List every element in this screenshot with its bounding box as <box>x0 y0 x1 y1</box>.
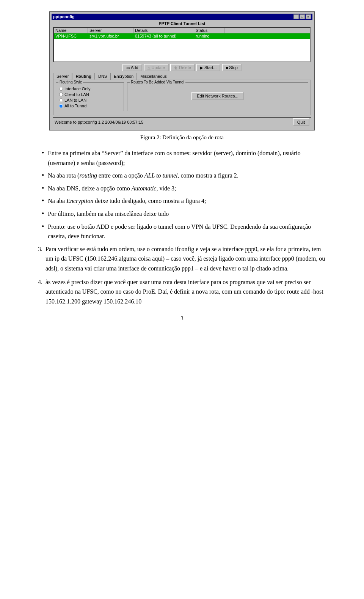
col-status: Status <box>194 28 224 33</box>
radio-input-interface-only[interactable] <box>59 87 63 91</box>
edit-network-routes-button[interactable]: Edit Network Routes... <box>191 92 243 100</box>
tunnel-list-empty <box>54 39 310 61</box>
add-button[interactable]: ▭ Add <box>122 64 142 71</box>
figure-container: pptpconfig ─ □ × PPTP Client Tunnel List… <box>38 11 326 141</box>
update-button[interactable]: △ Update <box>144 64 169 71</box>
section-4-number: 4. <box>38 277 42 307</box>
row-details: 0159743 (all to tunnel) <box>133 33 194 39</box>
section-3-number: 3. <box>38 244 42 274</box>
list-item-1-text: Entre na primeira aba “Server” da interf… <box>48 148 326 168</box>
list-item-4-text: Na aba Encryption deixe tudo desligado, … <box>48 196 206 206</box>
panel-title: PPTP Client Tunnel List <box>53 21 311 26</box>
quit-button[interactable]: Quit <box>293 118 309 126</box>
radio-all-to-tunnel[interactable]: All to Tunnel <box>59 104 121 108</box>
routing-style-group: Routing Style Interface Only Client to L… <box>56 82 124 111</box>
list-item-4: • Na aba Encryption deixe tudo desligado… <box>42 196 326 206</box>
col-name: Name <box>54 28 88 33</box>
bullet-dot-6: • <box>42 222 44 231</box>
list-item-6: • Pronto: use o botão ADD e pode ser lig… <box>42 222 326 241</box>
section-4-text: às vezes é preciso dizer que você quer u… <box>46 277 326 307</box>
list-item-3-text: Na aba DNS, deixe a opção como Automatic… <box>48 184 176 193</box>
radio-client-to-lan[interactable]: Client to LAN <box>59 92 121 97</box>
button-row: ▭ Add △ Update 🗑 Delete ▶ Start... ■ <box>53 64 311 71</box>
radio-lan-to-lan[interactable]: LAN to LAN <box>59 98 121 102</box>
list-item-5-text: Por último, também na aba miscelânea dei… <box>48 209 169 219</box>
section-4: 4. às vezes é preciso dizer que você que… <box>38 277 326 307</box>
bullet-dot-2: • <box>42 171 44 180</box>
tab-content-row: Routing Style Interface Only Client to L… <box>56 82 308 113</box>
doc-content: • Entre na primeira aba “Server” da inte… <box>38 148 326 323</box>
list-item-2-text: Na aba rota (routing entre com a opção A… <box>48 171 238 181</box>
delete-button[interactable]: 🗑 Delete <box>170 64 195 71</box>
tab-miscellaneous[interactable]: Miscellaneous <box>137 73 170 80</box>
start-button[interactable]: ▶ Start... <box>196 64 220 71</box>
section-3: 3. Para verificar se está tudo em ordem,… <box>38 244 326 274</box>
tabs: Server Routing DNS Encryption Miscellane… <box>53 73 311 80</box>
status-bar: Welcome to pptpconfig 1.2 2004/06/19 08:… <box>53 117 311 127</box>
add-icon: ▭ <box>126 66 130 70</box>
bullet-list: • Entre na primeira aba “Server” da inte… <box>38 148 326 241</box>
radio-input-all-to-tunnel[interactable] <box>59 104 63 108</box>
window-title: pptpconfig <box>53 14 75 19</box>
tunnel-list-header: Name Server Details Status <box>54 28 310 33</box>
delete-icon: 🗑 <box>174 66 178 70</box>
list-item-6-text: Pronto: use o botão ADD e pode ser ligad… <box>48 222 326 241</box>
titlebar-controls: ─ □ × <box>293 14 311 19</box>
start-icon: ▶ <box>200 66 203 70</box>
col-details: Details <box>133 28 194 33</box>
routes-group: Routes To Be Added Via Tunnel Edit Netwo… <box>127 82 308 111</box>
routing-style-label: Routing Style <box>58 80 83 84</box>
routing-options: Interface Only Client to LAN LAN to LAN <box>59 86 121 108</box>
section-3-text: Para verificar se está tudo em ordem, us… <box>46 244 326 274</box>
list-item-2: • Na aba rota (routing entre com a opção… <box>42 171 326 181</box>
tunnel-list: Name Server Details Status VPN-UFSC srv1… <box>53 27 311 62</box>
tab-routing[interactable]: Routing <box>72 73 95 80</box>
radio-input-client-to-lan[interactable] <box>59 93 63 96</box>
bullet-dot-1: • <box>42 148 44 158</box>
row-server: srv1.vpn.ufsc.br <box>88 33 133 39</box>
tab-server[interactable]: Server <box>53 73 72 80</box>
row-name: VPN-UFSC <box>54 33 88 39</box>
radio-interface-only[interactable]: Interface Only <box>59 86 121 91</box>
page-number: 3 <box>38 314 326 323</box>
stop-button[interactable]: ■ Stop <box>222 64 242 71</box>
table-row[interactable]: VPN-UFSC srv1.vpn.ufsc.br 0159743 (all t… <box>54 33 310 39</box>
tab-dns[interactable]: DNS <box>95 73 110 80</box>
list-item-5: • Por último, também na aba miscelânea d… <box>42 209 326 219</box>
minimize-btn[interactable]: ─ <box>293 14 299 19</box>
titlebar: pptpconfig ─ □ × <box>52 14 312 20</box>
list-item-3: • Na aba DNS, deixe a opção como Automat… <box>42 184 326 193</box>
routes-inner: Edit Network Routes... <box>130 92 305 100</box>
radio-input-lan-to-lan[interactable] <box>59 98 63 102</box>
close-btn[interactable]: × <box>306 14 311 19</box>
row-status: running <box>194 33 224 39</box>
list-item-1: • Entre na primeira aba “Server” da inte… <box>42 148 326 168</box>
figure-caption: Figura 2: Definição da opção de rota <box>140 134 224 141</box>
tab-encryption[interactable]: Encryption <box>110 73 137 80</box>
stop-icon: ■ <box>226 66 228 70</box>
bullet-dot-5: • <box>42 209 44 219</box>
screenshot: pptpconfig ─ □ × PPTP Client Tunnel List… <box>49 11 315 130</box>
bullet-dot-3: • <box>42 184 44 193</box>
col-server: Server <box>88 28 133 33</box>
maximize-btn[interactable]: □ <box>300 14 305 19</box>
window-body: PPTP Client Tunnel List Name Server Deta… <box>52 20 312 128</box>
update-icon: △ <box>147 66 151 70</box>
routes-group-label: Routes To Be Added Via Tunnel <box>130 80 185 84</box>
tab-panel-routing: Routing Style Interface Only Client to L… <box>53 80 311 115</box>
status-message: Welcome to pptpconfig 1.2 2004/06/19 08:… <box>55 120 143 124</box>
bullet-dot-4: • <box>42 196 44 206</box>
